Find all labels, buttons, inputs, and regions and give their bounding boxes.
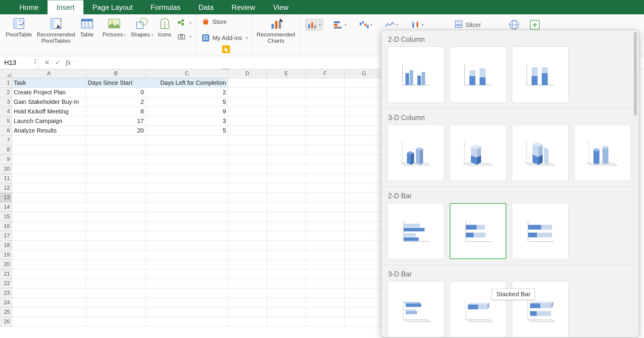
row-header-9[interactable]: 9 (0, 155, 12, 164)
cell[interactable] (267, 317, 306, 327)
cell[interactable] (267, 155, 306, 164)
cell[interactable] (228, 97, 267, 107)
cell[interactable] (306, 145, 345, 155)
cell[interactable] (345, 317, 384, 327)
statistic-chart-dropdown[interactable]: ▾ (408, 19, 426, 30)
cell[interactable] (146, 136, 228, 145)
cell[interactable] (146, 145, 228, 155)
tab-review[interactable]: Review (223, 0, 264, 14)
cell[interactable] (12, 212, 86, 222)
cell[interactable] (86, 145, 146, 155)
cell[interactable] (345, 107, 384, 116)
cell[interactable] (267, 145, 306, 155)
name-box-stepper[interactable]: ▴▾ (34, 57, 36, 64)
cell[interactable] (12, 279, 86, 288)
cell[interactable] (345, 212, 384, 222)
cell[interactable] (12, 269, 86, 279)
cell[interactable] (146, 231, 228, 241)
cell[interactable]: 17 (86, 116, 146, 126)
cell[interactable] (267, 164, 306, 174)
cell[interactable] (86, 308, 146, 317)
cell[interactable] (306, 279, 345, 288)
col-header-F[interactable]: F (306, 69, 345, 78)
cell[interactable] (12, 202, 86, 212)
cell[interactable] (12, 298, 86, 308)
row-header-1[interactable]: 1 (0, 78, 12, 88)
tab-page-layout[interactable]: Page Layout (83, 0, 142, 14)
row-header-14[interactable]: 14 (0, 202, 12, 212)
cell[interactable] (146, 155, 228, 164)
cell[interactable] (306, 202, 345, 212)
cell[interactable] (306, 260, 345, 269)
pivottable-button[interactable]: PivotTable (4, 16, 33, 39)
cell[interactable] (345, 78, 384, 88)
cell[interactable] (345, 97, 384, 107)
line-chart-dropdown[interactable]: ▾ (383, 19, 400, 30)
cell[interactable] (267, 97, 306, 107)
cell[interactable] (267, 298, 306, 308)
row-header-15[interactable]: 15 (0, 212, 12, 222)
cell[interactable] (146, 279, 228, 288)
cell[interactable] (306, 88, 345, 97)
row-header-20[interactable]: 20 (0, 260, 12, 269)
cell[interactable] (267, 231, 306, 241)
cell[interactable] (228, 260, 267, 269)
cell[interactable] (146, 288, 228, 298)
cell[interactable] (86, 136, 146, 145)
tab-home[interactable]: Home (10, 0, 48, 14)
cell[interactable] (228, 308, 267, 317)
shapes-button[interactable]: Shapes▾ (129, 16, 154, 39)
cell[interactable] (86, 250, 146, 260)
row-header-2[interactable]: 2 (0, 88, 12, 97)
cell[interactable] (146, 308, 228, 317)
cell[interactable]: Create Project Plan (12, 88, 86, 97)
tab-data[interactable]: Data (190, 0, 223, 14)
cell[interactable] (146, 260, 228, 269)
cell[interactable] (146, 183, 228, 193)
cell[interactable] (146, 222, 228, 231)
cell[interactable] (267, 78, 306, 88)
slicer-button[interactable]: Slicer (454, 20, 481, 30)
chart-thumb[interactable] (512, 203, 569, 259)
cell[interactable] (306, 308, 345, 317)
tab-formulas[interactable]: Formulas (142, 0, 190, 14)
cell[interactable] (12, 308, 86, 317)
row-header-3[interactable]: 3 (0, 97, 12, 107)
cell[interactable] (228, 279, 267, 288)
cell[interactable] (146, 269, 228, 279)
cell[interactable] (86, 317, 146, 327)
cell[interactable] (228, 136, 267, 145)
row-header-6[interactable]: 6 (0, 126, 12, 136)
cell[interactable] (228, 298, 267, 308)
cell[interactable] (12, 183, 86, 193)
row-header-21[interactable]: 21 (0, 269, 12, 279)
cell[interactable] (267, 212, 306, 222)
cell[interactable] (12, 241, 86, 250)
cell[interactable] (228, 222, 267, 231)
cell[interactable] (228, 78, 267, 88)
my-addins-button[interactable]: My Add-ins▾ (199, 32, 249, 44)
cell[interactable] (306, 317, 345, 327)
chart-thumb[interactable] (387, 125, 444, 181)
cell[interactable] (228, 317, 267, 327)
cell[interactable] (12, 288, 86, 298)
col-header-C[interactable]: C (146, 69, 228, 78)
col-header-G[interactable]: G (345, 69, 384, 78)
chart-thumb[interactable] (512, 47, 569, 103)
cell[interactable] (146, 298, 228, 308)
fx-icon[interactable]: fx (66, 59, 75, 67)
cell[interactable] (12, 136, 86, 145)
cell[interactable] (345, 145, 384, 155)
cell[interactable] (228, 164, 267, 174)
cell[interactable] (86, 269, 146, 279)
cell[interactable] (146, 193, 228, 202)
cell[interactable] (12, 260, 86, 269)
cell[interactable] (228, 269, 267, 279)
cell[interactable] (345, 136, 384, 145)
cell[interactable] (86, 155, 146, 164)
cell[interactable] (12, 174, 86, 183)
cell[interactable] (146, 317, 228, 327)
cell[interactable] (12, 317, 86, 327)
bing-maps-button[interactable] (220, 44, 232, 55)
waterfall-chart-dropdown[interactable]: ▾ (357, 19, 374, 30)
